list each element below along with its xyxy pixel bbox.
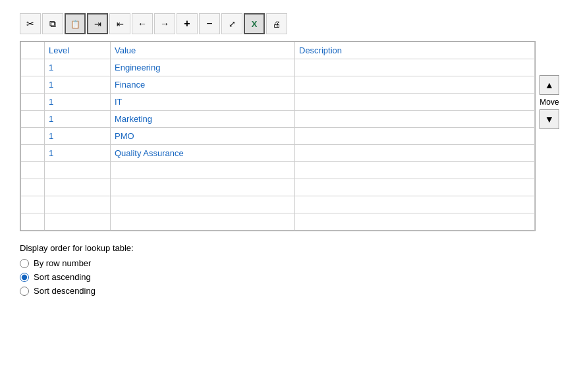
- paste-icon: [70, 18, 80, 29]
- cell-check: [21, 213, 45, 231]
- table-row[interactable]: [21, 162, 535, 179]
- move-label: Move: [539, 98, 559, 107]
- cell-description: [295, 196, 535, 213]
- cell-description: [295, 94, 535, 111]
- display-order-section: Display order for lookup table: By row n…: [20, 243, 559, 296]
- radio-option-by-row-number: By row number: [20, 258, 559, 268]
- cell-level: 1: [45, 128, 111, 145]
- right-button[interactable]: [154, 13, 175, 34]
- table-row[interactable]: [21, 196, 535, 213]
- cell-description: [295, 179, 535, 196]
- cell-description: [295, 128, 535, 145]
- cell-value: [111, 196, 295, 213]
- toolbar: [20, 13, 559, 34]
- left-button[interactable]: [132, 13, 153, 34]
- table-container: Level Value Description 1Engineering1Fin…: [20, 41, 559, 231]
- right-icon: [160, 18, 169, 29]
- cell-level: 1: [45, 111, 111, 128]
- expand-icon: [229, 18, 236, 29]
- cell-description: [295, 162, 535, 179]
- cell-description: [295, 213, 535, 231]
- header-value[interactable]: Value: [111, 42, 295, 59]
- lookup-table: Level Value Description 1Engineering1Fin…: [20, 42, 535, 231]
- paste-button[interactable]: [65, 13, 86, 34]
- add-button[interactable]: [177, 13, 198, 34]
- radio-option-sort-ascending: Sort ascending: [20, 272, 559, 282]
- header-description[interactable]: Description: [295, 42, 535, 59]
- cell-description: [295, 59, 535, 76]
- cell-check: [21, 111, 45, 128]
- indent-button[interactable]: [87, 13, 108, 34]
- radio-option-sort-descending: Sort descending: [20, 286, 559, 296]
- table-row[interactable]: [21, 179, 535, 196]
- cell-description: [295, 111, 535, 128]
- cell-check: [21, 145, 45, 162]
- radio-by-row-number[interactable]: [20, 259, 29, 268]
- cell-description: [295, 145, 535, 162]
- add-icon: [184, 18, 190, 30]
- move-panel: ▲ Move ▼: [539, 74, 559, 130]
- left-icon: [138, 18, 147, 29]
- label-by-row-number[interactable]: By row number: [34, 258, 91, 268]
- table-row[interactable]: 1Quality Assurance: [21, 145, 535, 162]
- cell-check: [21, 196, 45, 213]
- cell-level: 1: [45, 76, 111, 94]
- copy-icon: [49, 18, 56, 30]
- cell-value: Quality Assurance: [111, 145, 295, 162]
- cell-value: Marketing: [111, 111, 295, 128]
- minus-icon: [206, 18, 212, 30]
- cell-level: [45, 179, 111, 196]
- excel-icon: [252, 18, 258, 29]
- move-up-button[interactable]: ▲: [539, 75, 559, 95]
- outdent-button[interactable]: [109, 13, 130, 34]
- cell-level: 1: [45, 94, 111, 111]
- radio-sort-ascending[interactable]: [20, 273, 29, 282]
- radio-sort-descending[interactable]: [20, 287, 29, 296]
- copy-button[interactable]: [42, 13, 63, 34]
- cell-level: [45, 213, 111, 231]
- table-row[interactable]: 1Finance: [21, 76, 535, 94]
- outdent-icon: [117, 18, 124, 29]
- cell-value: [111, 213, 295, 231]
- label-sort-ascending[interactable]: Sort ascending: [34, 272, 91, 282]
- cell-level: 1: [45, 145, 111, 162]
- cell-check: [21, 59, 45, 76]
- cell-level: 1: [45, 59, 111, 76]
- cell-value: Engineering: [111, 59, 295, 76]
- cell-value: IT: [111, 94, 295, 111]
- cell-value: [111, 162, 295, 179]
- move-down-button[interactable]: ▼: [539, 109, 559, 129]
- up-arrow-icon: ▲: [545, 80, 554, 90]
- table-row[interactable]: 1IT: [21, 94, 535, 111]
- print-button[interactable]: [266, 13, 287, 34]
- grid-wrapper: Level Value Description 1Engineering1Fin…: [20, 41, 536, 231]
- print-icon: [273, 18, 281, 29]
- cell-level: [45, 196, 111, 213]
- cell-value: [111, 179, 295, 196]
- cell-check: [21, 162, 45, 179]
- down-arrow-icon: ▼: [545, 114, 554, 125]
- table-row[interactable]: 1Engineering: [21, 59, 535, 76]
- table-header-row: Level Value Description: [21, 42, 535, 59]
- table-row[interactable]: 1PMO: [21, 128, 535, 145]
- cell-check: [21, 179, 45, 196]
- cell-value: Finance: [111, 76, 295, 94]
- cell-level: [45, 162, 111, 179]
- remove-button[interactable]: [199, 13, 220, 34]
- indent-icon: [94, 18, 101, 29]
- cell-check: [21, 76, 45, 94]
- expand-button[interactable]: [221, 13, 242, 34]
- scissors-icon: [26, 18, 34, 29]
- display-order-title: Display order for lookup table:: [20, 243, 559, 253]
- header-check: [21, 42, 45, 59]
- cut-button[interactable]: [20, 13, 41, 34]
- cell-check: [21, 94, 45, 111]
- header-level[interactable]: Level: [45, 42, 111, 59]
- table-row[interactable]: 1Marketing: [21, 111, 535, 128]
- cell-description: [295, 76, 535, 94]
- cell-value: PMO: [111, 128, 295, 145]
- excel-button[interactable]: [244, 13, 265, 34]
- cell-check: [21, 128, 45, 145]
- label-sort-descending[interactable]: Sort descending: [34, 286, 96, 296]
- table-row[interactable]: [21, 213, 535, 231]
